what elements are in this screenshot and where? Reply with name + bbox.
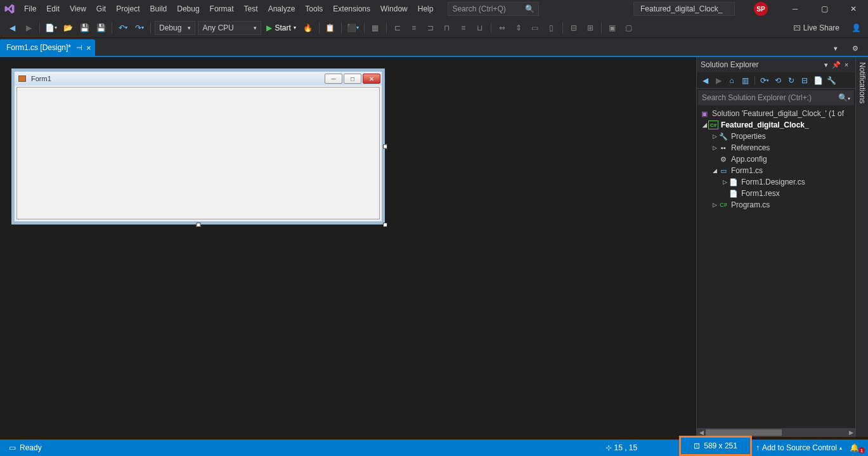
notifications-button[interactable]: 🔔 1 xyxy=(846,443,863,452)
component-button[interactable]: ⬛▾ xyxy=(345,20,361,36)
vcenter-button[interactable]: ⊞ xyxy=(583,20,598,36)
panel-dropdown-icon[interactable]: ▾ xyxy=(821,61,831,69)
scroll-left-icon[interactable]: ◀ xyxy=(697,429,706,436)
feedback-button[interactable]: 👤 xyxy=(848,20,864,36)
nav-back-button[interactable]: ◀ xyxy=(4,20,20,36)
menu-build[interactable]: Build xyxy=(145,0,172,18)
se-sync-button[interactable]: ⟲ xyxy=(772,75,784,86)
menu-window[interactable]: Window xyxy=(375,0,413,18)
grid-button[interactable]: ▦ xyxy=(368,20,383,36)
se-show-all-button[interactable]: 📄 xyxy=(812,75,824,86)
hcenter-button[interactable]: ⊟ xyxy=(566,20,581,36)
align-left-button[interactable]: ⊏ xyxy=(390,20,405,36)
size-button-2[interactable]: ▯ xyxy=(544,20,559,36)
expand-icon[interactable]: ▷ xyxy=(711,202,718,208)
resize-handle-right[interactable] xyxy=(383,145,387,149)
expand-icon[interactable]: ▷ xyxy=(721,179,729,185)
hspace-button[interactable]: ⇔ xyxy=(495,20,510,36)
undo-button[interactable]: ↶▾ xyxy=(115,20,131,36)
browser-link-button[interactable]: 📋 xyxy=(323,20,338,36)
pin-panel-icon[interactable]: 📌 xyxy=(831,61,841,69)
align-center-button[interactable]: ≡ xyxy=(406,20,422,36)
status-size-highlighted: ⊡ 589 x 251 xyxy=(679,436,752,456)
tree-solution-node[interactable]: ▣ Solution 'Featured_digital_Clock_' (1 … xyxy=(697,108,855,119)
se-back-button[interactable]: ◀ xyxy=(699,75,711,86)
menu-project[interactable]: Project xyxy=(111,0,145,18)
expand-icon[interactable]: ▷ xyxy=(711,145,718,151)
close-button[interactable]: ✕ xyxy=(839,0,868,18)
open-file-button[interactable]: 📂 xyxy=(60,20,75,36)
menu-view[interactable]: View xyxy=(65,0,91,18)
resize-handle-bottom[interactable] xyxy=(196,223,200,227)
tree-form1-designer-node[interactable]: ▷ 📄 Form1.Designer.cs xyxy=(697,176,855,188)
tree-form1-resx-node[interactable]: ▷ 📄 Form1.resx xyxy=(697,188,855,199)
play-icon: ▶ xyxy=(266,23,272,32)
pin-icon[interactable]: ⊣ xyxy=(76,44,82,52)
se-pending-changes-button[interactable]: ⟳▾ xyxy=(759,75,770,86)
menu-help[interactable]: Help xyxy=(413,0,439,18)
expand-icon[interactable]: ▷ xyxy=(711,133,718,140)
close-tab-icon[interactable]: × xyxy=(86,43,91,53)
scroll-right-icon[interactable]: ▶ xyxy=(846,429,855,436)
start-debug-button[interactable]: ▶ Start ▾ xyxy=(262,21,299,35)
expand-icon[interactable]: ◢ xyxy=(711,167,718,174)
tree-appconfig-node[interactable]: ▷ ⚙ App.config xyxy=(697,153,855,165)
tab-settings-icon[interactable]: ⚙ xyxy=(848,41,863,56)
solution-explorer-search-input[interactable]: Search Solution Explorer (Ctrl+;) 🔍▾ xyxy=(698,90,854,105)
notifications-tab[interactable]: Notifications xyxy=(855,57,868,437)
tree-program-node[interactable]: ▷ C# Program.cs xyxy=(697,199,855,211)
global-search-input[interactable]: Search (Ctrl+Q) 🔍 xyxy=(448,2,538,16)
redo-button[interactable]: ↷▾ xyxy=(132,20,147,36)
minimize-button[interactable]: ─ xyxy=(781,0,810,18)
close-panel-icon[interactable]: × xyxy=(841,61,852,68)
align-right-button[interactable]: ⊐ xyxy=(423,20,438,36)
hot-reload-button[interactable]: 🔥 xyxy=(301,20,316,36)
align-bottom-button[interactable]: ⊔ xyxy=(472,20,488,36)
menu-edit[interactable]: Edit xyxy=(41,0,65,18)
menu-analyze[interactable]: Analyze xyxy=(263,0,301,18)
menu-tools[interactable]: Tools xyxy=(300,0,328,18)
vspace-button[interactable]: ⇕ xyxy=(511,20,526,36)
se-forward-button[interactable]: ▶ xyxy=(713,75,724,86)
menu-git[interactable]: Git xyxy=(91,0,111,18)
resize-handle-corner[interactable] xyxy=(383,223,387,227)
tab-dropdown-button[interactable]: ▾ xyxy=(828,41,843,56)
se-home-button[interactable]: ⌂ xyxy=(726,75,737,86)
menu-format[interactable]: Format xyxy=(205,0,239,18)
menu-test[interactable]: Test xyxy=(239,0,263,18)
bring-front-button[interactable]: ▣ xyxy=(605,20,620,36)
tree-form1-node[interactable]: ◢ ▭ Form1.cs xyxy=(697,165,855,176)
solution-config-combo[interactable]: Debug▾ xyxy=(155,21,195,35)
send-back-button[interactable]: ▢ xyxy=(621,20,637,36)
menu-debug[interactable]: Debug xyxy=(172,0,204,18)
solution-platform-combo[interactable]: Any CPU▾ xyxy=(198,21,261,35)
se-properties-button[interactable]: 🔧 xyxy=(826,75,837,86)
align-top-button[interactable]: ⊓ xyxy=(439,20,455,36)
scrollbar-thumb[interactable] xyxy=(706,429,782,436)
live-share-button[interactable]: ⮹ Live Share xyxy=(789,23,843,32)
form-client-area[interactable] xyxy=(16,87,380,219)
se-switch-views-button[interactable]: ▥ xyxy=(739,75,751,86)
save-button[interactable]: 💾 xyxy=(77,20,92,36)
new-project-button[interactable]: 📄▾ xyxy=(43,20,59,36)
se-refresh-button[interactable]: ↻ xyxy=(786,75,797,86)
menu-extensions[interactable]: Extensions xyxy=(328,0,375,18)
menu-file[interactable]: File xyxy=(19,0,41,18)
save-all-button[interactable]: 💾 xyxy=(93,20,108,36)
solution-explorer-titlebar[interactable]: Solution Explorer ▾ 📌 × xyxy=(697,57,855,72)
expand-icon[interactable]: ◢ xyxy=(701,122,708,128)
tree-properties-node[interactable]: ▷ 🔧 Properties xyxy=(697,131,855,142)
tree-project-node[interactable]: ◢ C# Featured_digital_Clock_ xyxy=(697,119,855,131)
add-source-control-button[interactable]: ↑ Add to Source Control ▴ xyxy=(752,443,846,452)
nav-forward-button[interactable]: ▶ xyxy=(21,20,36,36)
form-designer-surface[interactable]: Form1 ─ □ ✕ xyxy=(0,57,696,437)
solution-name-box[interactable]: Featured_digital_Clock_ xyxy=(633,2,735,16)
align-middle-button[interactable]: ≡ xyxy=(456,20,471,36)
size-button[interactable]: ▭ xyxy=(528,20,543,36)
maximize-button[interactable]: ▢ xyxy=(810,0,839,18)
document-tab-form1-designer[interactable]: Form1.cs [Design]* ⊣ × xyxy=(0,39,95,56)
user-avatar[interactable]: SP xyxy=(754,2,768,16)
tree-references-node[interactable]: ▷ ▪▪ References xyxy=(697,142,855,153)
form-preview-container[interactable]: Form1 ─ □ ✕ xyxy=(11,68,385,225)
se-collapse-button[interactable]: ⊟ xyxy=(799,75,810,86)
